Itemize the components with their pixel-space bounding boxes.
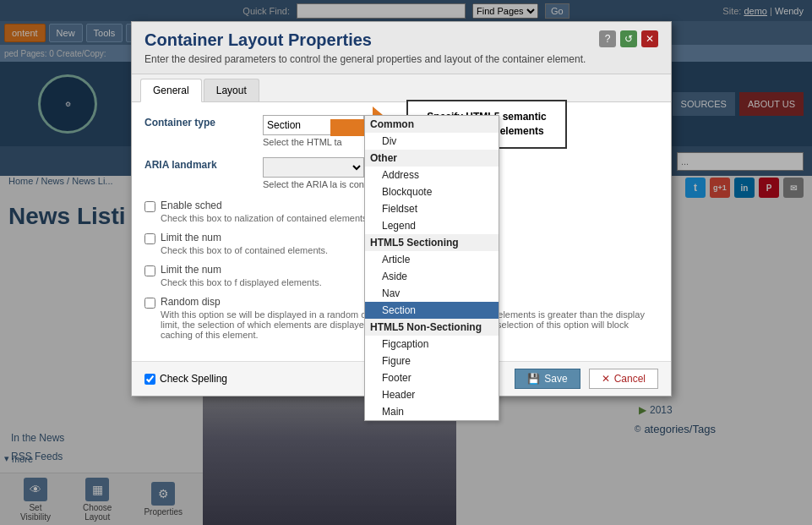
modal-header-icons: ? ↺ ✕ — [599, 30, 658, 47]
dropdown-group-html5-sectioning: HTML5 Sectioning — [365, 234, 499, 251]
modal-dialog: Container Layout Properties Enter the de… — [131, 21, 672, 396]
modal-subtitle: Enter the desired parameters to control … — [144, 53, 586, 65]
dropdown-item-main[interactable]: Main — [365, 403, 499, 420]
spell-check-row: Check Spelling — [144, 373, 227, 385]
dropdown-item-blockquote[interactable]: Blockquote — [365, 183, 499, 200]
container-type-row: Container type Section ▼ Common Div Othe… — [144, 115, 658, 147]
aria-landmark-label: ARIA landmark — [144, 157, 263, 171]
modal-help-button[interactable]: ? — [599, 30, 616, 47]
limit-num-sublabel: Check this box to of contained elements. — [161, 245, 328, 255]
dropdown-group-other: Other — [365, 150, 499, 167]
spell-check-label: Check Spelling — [160, 373, 227, 385]
modal-refresh-button[interactable]: ↺ — [620, 30, 637, 47]
dropdown-item-section[interactable]: Section — [365, 302, 499, 319]
dropdown-item-address[interactable]: Address — [365, 167, 499, 183]
cancel-button[interactable]: ✕ Cancel — [589, 369, 658, 389]
container-type-content: Section ▼ Common Div Other Address Block… — [263, 115, 658, 147]
dropdown-group-html5-nonsectioning: HTML5 Non-Sectioning — [365, 319, 499, 336]
dropdown-group-common: Common — [365, 116, 499, 133]
container-type-dropdown[interactable]: Common Div Other Address Blockquote Fiel… — [364, 115, 499, 421]
modal-tabs: General Layout — [132, 74, 671, 102]
dropdown-item-nav[interactable]: Nav — [365, 285, 499, 302]
dropdown-item-aside[interactable]: Aside — [365, 268, 499, 285]
modal-close-button[interactable]: ✕ — [641, 30, 658, 47]
tab-layout[interactable]: Layout — [204, 79, 259, 101]
tab-general[interactable]: General — [140, 79, 202, 102]
random-disp-checkbox[interactable] — [144, 298, 155, 309]
dropdown-item-figcaption[interactable]: Figcaption — [365, 336, 499, 353]
modal-body: Container type Section ▼ Common Div Othe… — [132, 102, 671, 361]
dropdown-item-article[interactable]: Article — [365, 251, 499, 268]
modal-title: Container Layout Properties — [144, 30, 586, 50]
enable-sched-sublabel: Check this box to nalization of containe… — [161, 213, 370, 223]
cancel-icon: ✕ — [602, 373, 610, 385]
dropdown-item-header[interactable]: Header — [365, 386, 499, 403]
limit-num2-checkbox[interactable] — [144, 265, 155, 276]
dropdown-item-legend[interactable]: Legend — [365, 217, 499, 234]
aria-landmark-select[interactable] — [263, 157, 364, 178]
enable-sched-checkbox[interactable] — [144, 201, 155, 212]
dropdown-item-fieldset[interactable]: Fieldset — [365, 200, 499, 217]
dropdown-item-div[interactable]: Div — [365, 133, 499, 150]
limit-num-checkbox[interactable] — [144, 233, 155, 244]
limit-num2-sublabel: Check this box to f displayed elements. — [161, 277, 322, 287]
dropdown-item-figure[interactable]: Figure — [365, 353, 499, 369]
limit-num-label: Limit the num — [161, 232, 328, 243]
spell-check-checkbox[interactable] — [144, 374, 155, 385]
modal-header: Container Layout Properties Enter the de… — [132, 22, 671, 74]
save-button[interactable]: 💾 Save — [515, 369, 580, 389]
limit-num2-label: Limit the num — [161, 264, 322, 276]
save-icon: 💾 — [527, 373, 540, 385]
enable-sched-label: Enable sched — [161, 200, 370, 211]
container-type-label: Container type — [144, 115, 263, 129]
dropdown-item-footer[interactable]: Footer — [365, 369, 499, 386]
